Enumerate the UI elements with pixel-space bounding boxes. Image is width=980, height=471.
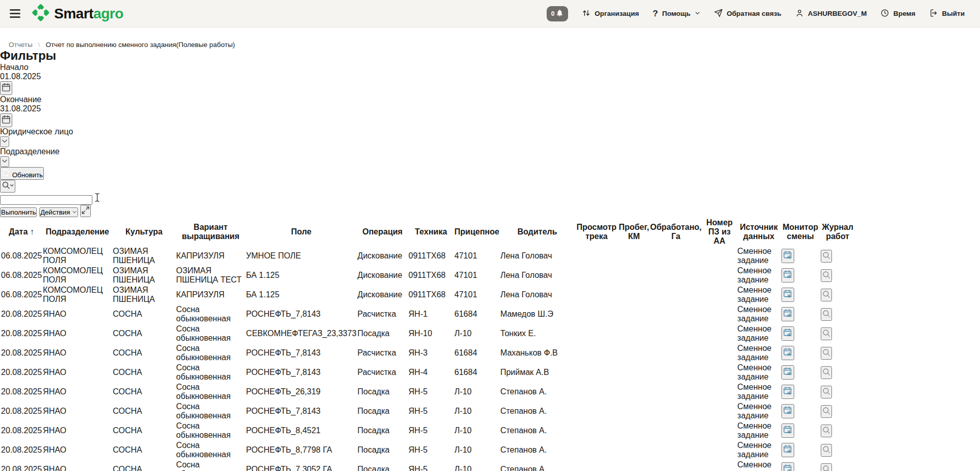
shift-monitor-button[interactable] — [781, 462, 794, 471]
column-header-operation[interactable]: Операция — [357, 218, 407, 246]
column-header-date[interactable]: Дата ↑ — [1, 218, 42, 246]
cell-culture: СОСНА — [113, 344, 175, 362]
time-button[interactable]: Время — [880, 9, 915, 19]
cell-date: 06.08.2025 — [1, 286, 42, 304]
cell-driver: Тонких Е. — [500, 324, 574, 343]
department-dropdown-button[interactable] — [0, 156, 9, 167]
column-header-culture[interactable]: Культура — [113, 218, 175, 246]
calendar-chart-icon — [782, 390, 793, 398]
work-log-button[interactable] — [821, 308, 832, 321]
cell-division: ЯНАО — [43, 460, 112, 471]
cell-mileage — [619, 247, 649, 265]
work-log-button[interactable] — [821, 386, 832, 398]
calendar-chart-icon — [782, 410, 793, 417]
column-header-vehicle[interactable]: Техника — [408, 218, 453, 246]
legal-entity-dropdown-button[interactable] — [0, 136, 9, 147]
logout-button[interactable]: Выйти — [929, 9, 965, 19]
logo[interactable]: Smartagro — [32, 4, 124, 24]
calendar-chart-icon — [782, 351, 793, 359]
start-date-calendar-button[interactable] — [0, 81, 12, 95]
shift-monitor-button[interactable] — [781, 307, 794, 321]
work-log-button[interactable] — [821, 250, 832, 263]
cell-mileage — [619, 363, 649, 382]
report-region: Выполнить Действия — [0, 180, 980, 471]
work-log-button[interactable] — [821, 425, 832, 437]
work-log-button[interactable] — [821, 347, 832, 360]
shift-monitor-button[interactable] — [781, 443, 794, 457]
maximize-button[interactable] — [80, 205, 91, 217]
cell-operation: Расчистка — [357, 305, 407, 323]
cell-vehicle: 0911ТХ68 — [408, 286, 453, 304]
user-button[interactable]: ASHURBEGOV_M — [795, 9, 867, 19]
refresh-button[interactable]: Обновить — [0, 167, 44, 180]
shift-monitor-button[interactable] — [781, 249, 794, 263]
work-log-button[interactable] — [821, 289, 832, 301]
column-header-track-view[interactable]: Просмотр трека — [575, 218, 618, 246]
column-header-order-number[interactable]: Номер ПЗ из АА — [703, 218, 737, 246]
work-log-button[interactable] — [821, 366, 832, 379]
cell-order-number — [703, 402, 737, 420]
column-header-driver[interactable]: Водитель — [500, 218, 574, 246]
column-header-shift-monitor[interactable]: Монитор смены — [781, 218, 820, 246]
column-header-work-log[interactable]: Журнал работ — [821, 218, 855, 246]
end-date-calendar-button[interactable] — [0, 113, 12, 127]
end-date-field[interactable]: Окончание 31.08.2025 — [0, 95, 980, 113]
shift-monitor-button[interactable] — [781, 346, 794, 360]
cell-data-source: Сменное задание — [738, 324, 780, 343]
work-log-button[interactable] — [821, 327, 832, 340]
help-button[interactable]: ? Помощь — [653, 9, 700, 19]
start-date-field[interactable]: Начало 01.08.2025 — [0, 63, 980, 81]
column-header-processed[interactable]: Обработано, Га — [650, 218, 702, 246]
work-log-button[interactable] — [821, 463, 832, 471]
actions-menu-button[interactable]: Действия — [39, 207, 78, 217]
shift-monitor-button[interactable] — [781, 365, 794, 380]
column-header-field[interactable]: Поле — [246, 218, 356, 246]
table-row: 06.08.2025 КОМСОМОЛЕЦ ПОЛЯ ОЗИМАЯ ПШЕНИЦ… — [1, 286, 855, 304]
calendar-chart-icon — [782, 449, 793, 456]
execute-button[interactable]: Выполнить — [0, 207, 37, 217]
cell-mileage — [619, 441, 649, 459]
column-header-trailer[interactable]: Прицепное — [454, 218, 499, 246]
search-options-button[interactable] — [0, 180, 15, 193]
feedback-button[interactable]: Обратная связь — [714, 9, 781, 19]
shift-monitor-button[interactable] — [781, 326, 794, 341]
cell-date: 20.08.2025 — [1, 402, 42, 420]
work-log-button[interactable] — [821, 269, 832, 282]
shift-monitor-button[interactable] — [781, 404, 794, 418]
cell-field: РОСНЕФТЬ_26,319 — [246, 383, 356, 401]
breadcrumb-parent[interactable]: Отчеты — [9, 41, 33, 49]
column-header-division[interactable]: Подразделение — [43, 218, 112, 246]
bell-icon — [556, 9, 564, 18]
shift-monitor-button[interactable] — [781, 268, 794, 282]
column-header-variant[interactable]: Вариант выращивания — [176, 218, 245, 246]
cell-division: ЯНАО — [43, 441, 112, 459]
column-header-mileage[interactable]: Пробег, КМ — [619, 218, 649, 246]
table-header-row: Дата ↑ Подразделение Культура Вариант вы… — [1, 218, 855, 246]
cell-data-source: Сменное задание — [738, 441, 780, 459]
start-date-label: Начало — [0, 63, 29, 72]
work-log-button[interactable] — [821, 444, 832, 457]
cell-culture: ОЗИМАЯ ПШЕНИЦА — [113, 266, 175, 285]
cell-processed — [650, 266, 702, 285]
shift-monitor-button[interactable] — [781, 423, 794, 438]
menu-button[interactable] — [8, 7, 22, 20]
cell-vehicle: 0911ТХ68 — [408, 247, 453, 265]
question-icon: ? — [653, 9, 658, 19]
notifications-button[interactable]: 0 — [547, 6, 568, 21]
department-select[interactable]: Подразделение — [0, 147, 980, 156]
cell-mileage — [619, 460, 649, 471]
column-header-data-source[interactable]: Источник данных — [738, 218, 780, 246]
report-table: Дата ↑ Подразделение Культура Вариант вы… — [0, 217, 856, 471]
cell-mileage — [619, 402, 649, 420]
legal-entity-select[interactable]: Юридическое лицо — [0, 127, 980, 136]
search-input[interactable] — [0, 195, 92, 205]
cell-order-number — [703, 324, 737, 343]
cell-trailer: Л-10 — [454, 402, 499, 420]
shift-monitor-button[interactable] — [781, 385, 794, 399]
cell-operation: Дискование — [357, 286, 407, 304]
cell-track-view — [575, 441, 618, 459]
top-bar: Smartagro 0 Организация ? Помощь — [0, 0, 980, 28]
organization-button[interactable]: Организация — [582, 9, 639, 19]
shift-monitor-button[interactable] — [781, 288, 794, 302]
work-log-button[interactable] — [821, 405, 832, 418]
